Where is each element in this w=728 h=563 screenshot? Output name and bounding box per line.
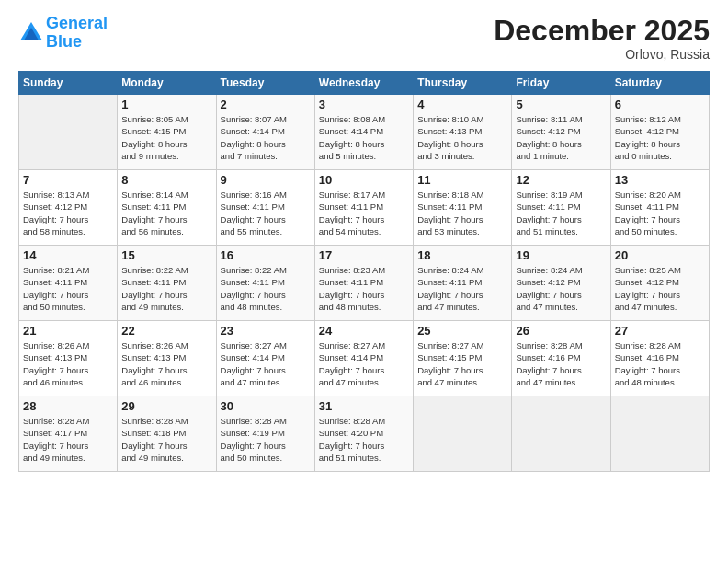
day-info: Sunrise: 8:27 AMSunset: 4:14 PMDaylight:… (319, 339, 409, 388)
day-number: 17 (319, 248, 409, 262)
day-info: Sunrise: 8:16 AMSunset: 4:11 PMDaylight:… (221, 189, 311, 237)
day-info: Sunrise: 8:25 AMSunset: 4:12 PMDaylight:… (615, 264, 705, 313)
day-number: 18 (417, 248, 507, 262)
calendar-cell: 20Sunrise: 8:25 AMSunset: 4:12 PMDayligh… (610, 246, 709, 321)
day-info: Sunrise: 8:24 AMSunset: 4:12 PMDaylight:… (516, 264, 606, 313)
day-number: 19 (516, 248, 606, 262)
day-info: Sunrise: 8:11 AMSunset: 4:12 PMDaylight:… (516, 113, 606, 162)
header-day: Tuesday (216, 72, 314, 95)
logo: General Blue (18, 15, 108, 52)
calendar-week-row: 21Sunrise: 8:26 AMSunset: 4:13 PMDayligh… (19, 321, 710, 396)
day-number: 14 (23, 248, 113, 262)
day-info: Sunrise: 8:14 AMSunset: 4:11 PMDaylight:… (121, 189, 211, 237)
day-number: 8 (121, 173, 211, 187)
header: General Blue December 2025 Orlovo, Russi… (18, 15, 710, 62)
calendar-cell: 14Sunrise: 8:21 AMSunset: 4:11 PMDayligh… (19, 246, 118, 321)
day-info: Sunrise: 8:23 AMSunset: 4:11 PMDaylight:… (319, 264, 409, 313)
header-day: Saturday (610, 72, 709, 95)
day-info: Sunrise: 8:28 AMSunset: 4:20 PMDaylight:… (319, 415, 409, 464)
day-number: 24 (319, 324, 409, 338)
logo-blue: Blue (46, 32, 82, 51)
calendar-cell: 29Sunrise: 8:28 AMSunset: 4:18 PMDayligh… (118, 396, 216, 472)
calendar-cell: 19Sunrise: 8:24 AMSunset: 4:12 PMDayligh… (512, 246, 610, 321)
day-number: 2 (221, 98, 311, 111)
calendar-week-row: 1Sunrise: 8:05 AMSunset: 4:15 PMDaylight… (19, 95, 710, 170)
day-info: Sunrise: 8:05 AMSunset: 4:15 PMDaylight:… (121, 113, 211, 162)
day-info: Sunrise: 8:12 AMSunset: 4:12 PMDaylight:… (615, 113, 705, 162)
logo-icon (18, 20, 44, 46)
day-number: 25 (417, 324, 507, 338)
calendar-cell (610, 396, 709, 472)
day-number: 12 (516, 173, 606, 187)
day-number: 3 (319, 98, 409, 111)
day-info: Sunrise: 8:28 AMSunset: 4:16 PMDaylight:… (615, 339, 705, 388)
day-info: Sunrise: 8:28 AMSunset: 4:17 PMDaylight:… (23, 415, 113, 464)
day-number: 4 (417, 98, 507, 111)
day-number: 22 (121, 324, 211, 338)
day-info: Sunrise: 8:28 AMSunset: 4:18 PMDaylight:… (121, 415, 211, 464)
day-info: Sunrise: 8:08 AMSunset: 4:14 PMDaylight:… (319, 113, 409, 162)
day-number: 1 (121, 98, 211, 111)
header-row: SundayMondayTuesdayWednesdayThursdayFrid… (19, 72, 710, 95)
day-info: Sunrise: 8:28 AMSunset: 4:19 PMDaylight:… (221, 415, 311, 464)
day-number: 23 (221, 324, 311, 338)
calendar-cell: 31Sunrise: 8:28 AMSunset: 4:20 PMDayligh… (314, 396, 413, 472)
calendar-table: SundayMondayTuesdayWednesdayThursdayFrid… (18, 71, 710, 472)
calendar-cell: 12Sunrise: 8:19 AMSunset: 4:11 PMDayligh… (512, 170, 610, 246)
day-info: Sunrise: 8:20 AMSunset: 4:11 PMDaylight:… (615, 189, 705, 237)
header-day: Monday (118, 72, 216, 95)
calendar-cell (512, 396, 610, 472)
header-day: Thursday (414, 72, 512, 95)
day-info: Sunrise: 8:22 AMSunset: 4:11 PMDaylight:… (221, 264, 311, 313)
location: Orlovo, Russia (494, 47, 710, 62)
day-info: Sunrise: 8:26 AMSunset: 4:13 PMDaylight:… (23, 339, 113, 388)
day-info: Sunrise: 8:10 AMSunset: 4:13 PMDaylight:… (417, 113, 507, 162)
day-number: 26 (516, 324, 606, 338)
day-number: 27 (615, 324, 705, 338)
calendar-cell: 15Sunrise: 8:22 AMSunset: 4:11 PMDayligh… (118, 246, 216, 321)
day-number: 11 (417, 173, 507, 187)
day-number: 31 (319, 399, 409, 413)
day-info: Sunrise: 8:07 AMSunset: 4:14 PMDaylight:… (221, 113, 311, 162)
day-info: Sunrise: 8:27 AMSunset: 4:14 PMDaylight:… (221, 339, 311, 388)
day-number: 15 (121, 248, 211, 262)
header-day: Friday (512, 72, 610, 95)
day-info: Sunrise: 8:21 AMSunset: 4:11 PMDaylight:… (23, 264, 113, 313)
day-info: Sunrise: 8:18 AMSunset: 4:11 PMDaylight:… (417, 189, 507, 237)
logo-text: General Blue (46, 15, 108, 52)
day-number: 10 (319, 173, 409, 187)
header-day: Sunday (19, 72, 118, 95)
calendar-cell: 17Sunrise: 8:23 AMSunset: 4:11 PMDayligh… (314, 246, 413, 321)
calendar-cell: 3Sunrise: 8:08 AMSunset: 4:14 PMDaylight… (314, 95, 413, 170)
calendar-cell: 25Sunrise: 8:27 AMSunset: 4:15 PMDayligh… (414, 321, 512, 396)
day-info: Sunrise: 8:19 AMSunset: 4:11 PMDaylight:… (516, 189, 606, 237)
day-number: 9 (221, 173, 311, 187)
calendar-cell: 26Sunrise: 8:28 AMSunset: 4:16 PMDayligh… (512, 321, 610, 396)
month-title: December 2025 (494, 15, 710, 47)
logo-general: General (46, 14, 108, 32)
day-number: 5 (516, 98, 606, 111)
calendar-cell: 18Sunrise: 8:24 AMSunset: 4:11 PMDayligh… (414, 246, 512, 321)
calendar-cell: 24Sunrise: 8:27 AMSunset: 4:14 PMDayligh… (314, 321, 413, 396)
day-number: 6 (615, 98, 705, 111)
calendar-cell: 28Sunrise: 8:28 AMSunset: 4:17 PMDayligh… (19, 396, 118, 472)
calendar-cell: 10Sunrise: 8:17 AMSunset: 4:11 PMDayligh… (314, 170, 413, 246)
day-number: 30 (221, 399, 311, 413)
calendar-cell: 4Sunrise: 8:10 AMSunset: 4:13 PMDaylight… (414, 95, 512, 170)
calendar-cell: 7Sunrise: 8:13 AMSunset: 4:12 PMDaylight… (19, 170, 118, 246)
calendar-cell: 22Sunrise: 8:26 AMSunset: 4:13 PMDayligh… (118, 321, 216, 396)
calendar-cell (414, 396, 512, 472)
calendar-cell (19, 95, 118, 170)
calendar-cell: 11Sunrise: 8:18 AMSunset: 4:11 PMDayligh… (414, 170, 512, 246)
calendar-cell: 5Sunrise: 8:11 AMSunset: 4:12 PMDaylight… (512, 95, 610, 170)
calendar-cell: 6Sunrise: 8:12 AMSunset: 4:12 PMDaylight… (610, 95, 709, 170)
day-number: 29 (121, 399, 211, 413)
day-info: Sunrise: 8:13 AMSunset: 4:12 PMDaylight:… (23, 189, 113, 237)
day-info: Sunrise: 8:24 AMSunset: 4:11 PMDaylight:… (417, 264, 507, 313)
day-info: Sunrise: 8:27 AMSunset: 4:15 PMDaylight:… (417, 339, 507, 388)
calendar-week-row: 7Sunrise: 8:13 AMSunset: 4:12 PMDaylight… (19, 170, 710, 246)
day-number: 21 (23, 324, 113, 338)
header-day: Wednesday (314, 72, 413, 95)
calendar-week-row: 28Sunrise: 8:28 AMSunset: 4:17 PMDayligh… (19, 396, 710, 472)
calendar-cell: 16Sunrise: 8:22 AMSunset: 4:11 PMDayligh… (216, 246, 314, 321)
